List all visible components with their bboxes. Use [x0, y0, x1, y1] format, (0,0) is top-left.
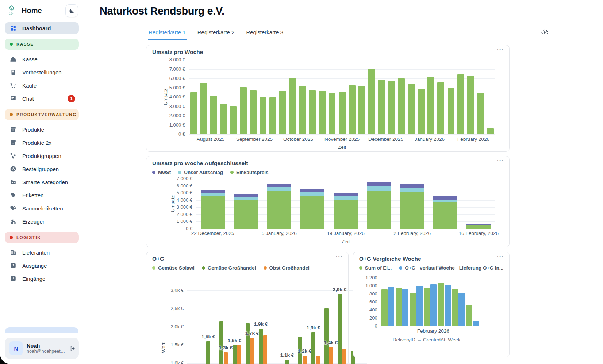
gridline [189, 60, 495, 60]
y-axis-label: Umsatz [163, 89, 168, 105]
chart-legend: MwStUnser AufschlagEinkaufspreis [152, 170, 503, 175]
sidebar-item-label: Erzeuger [22, 218, 45, 225]
tab-registerkarte-2[interactable]: Registerkarte 2 [197, 28, 235, 40]
y-axis-tick: 1.000 [359, 283, 377, 289]
chat-unread-badge: 1 [68, 95, 75, 102]
section-label: KASSE [16, 42, 34, 46]
bar-value-label: 1,9k € [254, 321, 268, 327]
legend-label: MwSt [158, 170, 171, 175]
sidebar-item-erzeuger[interactable]: Erzeuger [5, 216, 79, 227]
home-title: Home [22, 7, 42, 15]
legend-item: Einkaufspreis [230, 170, 269, 175]
bar-segment-einkaufspreis [234, 200, 258, 229]
y-axis-tick: 3.000 € [152, 104, 185, 109]
x-axis-tick-label: 2 February, 2026 [393, 231, 431, 236]
user-name: Noah [27, 343, 66, 349]
x-axis-month-label: January 2026 [415, 136, 445, 142]
bar-obst-grosshandel [224, 352, 228, 364]
sidebar-item-label: Chat [22, 96, 34, 102]
sidebar-bottom: N Noah noah@noahpeete... [5, 327, 79, 359]
legend-item: Obst Großhandel [264, 265, 310, 271]
bar-segment-unser-aufschlag [234, 197, 258, 200]
clipboard-icon [9, 69, 17, 76]
y-axis-tick: 0 € [152, 131, 185, 137]
bar-sum-of-einheiten [466, 305, 472, 326]
sidebar-item-produktgruppen[interactable]: Produktgruppen [5, 150, 79, 162]
tab-registerkarte-1[interactable]: Registerkarte 1 [148, 28, 187, 40]
card-menu-icon[interactable]: ··· [497, 46, 504, 53]
sidebar-item-dashboard[interactable]: Dashboard [5, 22, 79, 34]
sidebar-item-lieferanten[interactable]: Lieferanten [5, 247, 79, 258]
logout-icon[interactable] [70, 345, 76, 352]
sidebar-item-bestellgruppen[interactable]: Bestellgruppen [5, 163, 79, 175]
chart-og: 1,6k €1,3k €1,5k €1,7k €1,9k €1,1k €1,2k… [152, 271, 342, 364]
y-axis-tick: 600 [359, 299, 377, 305]
chart-og-vergleiche-woche: 1.2001.0008006004002000February 2026Deli… [359, 271, 503, 344]
bar-segment-einkaufspreis [367, 191, 391, 229]
legend-label: Obst Großhandel [269, 265, 310, 271]
stacked-bar [267, 184, 291, 229]
section-label: PRODUKTVERWALTUNG [16, 112, 77, 117]
bar-obst-grosshandel [329, 347, 333, 364]
box-arrow-down-icon [9, 275, 17, 282]
sidebar-item-vorbestellungen[interactable]: Vorbestellungen [5, 66, 79, 78]
bar-segment-mwst [201, 190, 225, 193]
sidebar-item-label: Kasse [22, 56, 38, 62]
bar-umsatz [319, 91, 326, 134]
bar-obst-grosshandel [263, 335, 267, 364]
bar-value-label: 1,6k € [201, 334, 215, 340]
x-axis-tick-label: February 2026 [417, 328, 449, 334]
card-menu-icon[interactable]: ··· [497, 253, 504, 260]
bar-umsatz [388, 81, 395, 134]
user-card[interactable]: N Noah noah@noahpeete... [5, 338, 79, 359]
bar-umsatz [269, 97, 276, 134]
bar-obst-grosshandel [316, 356, 320, 364]
bar-segment-einkaufspreis [466, 225, 491, 229]
bar-umsatz [329, 93, 335, 134]
cloud-download-icon[interactable] [541, 28, 548, 35]
bar-gemuese-grosshandel [219, 321, 223, 364]
y-axis-tick: 2,5k € [152, 306, 184, 311]
x-axis-month-label: September 2025 [236, 136, 273, 142]
y-axis-tick: 8.000 € [152, 57, 185, 62]
legend-dot-icon [202, 266, 205, 270]
bar-segment-mwst [334, 193, 358, 196]
sidebar-item-k-ufe[interactable]: Käufe [5, 80, 79, 91]
x-axis-month-label: October 2025 [283, 136, 313, 142]
box-icon [9, 139, 17, 146]
bar-gemuese-grosshandel [324, 308, 329, 364]
sidebar: Home DashboardKASSEKasseVorbestellungenK… [0, 0, 84, 364]
gridline [381, 326, 480, 326]
app-logo [7, 5, 18, 17]
sidebar-item-produkte[interactable]: Produkte [5, 124, 79, 135]
bar-umsatz [260, 97, 266, 134]
sidebar-item-sammeletiketten[interactable]: Sammeletiketten [5, 202, 79, 214]
sidebar-item-ausg-nge[interactable]: Ausgänge [5, 260, 79, 271]
y-axis-tick: 2.000 € [152, 113, 185, 118]
bar-umsatz [368, 69, 375, 134]
chart-umsatz-pro-woche: 8.000 €7.000 €6.000 €5.000 €4.000 €3.000… [152, 55, 503, 147]
sidebar-item-chat[interactable]: Chat1 [5, 93, 79, 104]
bar-verkauf-woche [458, 293, 465, 326]
tab-registerkarte-3[interactable]: Registerkarte 3 [245, 28, 284, 40]
y-axis-tick: 1,5k € [152, 342, 184, 348]
stacked-bar [300, 189, 324, 229]
legend-item: MwSt [152, 170, 171, 175]
legend-label: O+G - verkauf Woche - Lieferung O+G in..… [405, 265, 503, 271]
sidebar-section-produktverwaltung: PRODUKTVERWALTUNG [5, 109, 79, 120]
bar-verkauf-woche [473, 321, 479, 326]
bar-umsatz [487, 128, 494, 134]
sidebar-item-etiketten[interactable]: Etiketten [5, 189, 79, 201]
card-menu-icon[interactable]: ··· [497, 157, 504, 164]
dark-mode-toggle[interactable] [65, 4, 78, 17]
sidebar-item-eing-nge[interactable]: Eingänge [5, 273, 79, 284]
sidebar-item-produkte-2x[interactable]: Produkte 2x [5, 137, 79, 148]
bar-obst-grosshandel [342, 349, 346, 364]
card-menu-icon[interactable]: ··· [336, 253, 343, 260]
x-axis-month-label: November 2025 [324, 136, 360, 142]
bar-value-label: 1,1k € [280, 352, 294, 358]
y-axis-label: Wert [161, 342, 166, 353]
bar-value-label: 1,5k € [228, 338, 242, 343]
sidebar-item-kasse[interactable]: Kasse [5, 53, 79, 65]
sidebar-item-smarte-kategorien[interactable]: Smarte Kategorien [5, 176, 79, 188]
